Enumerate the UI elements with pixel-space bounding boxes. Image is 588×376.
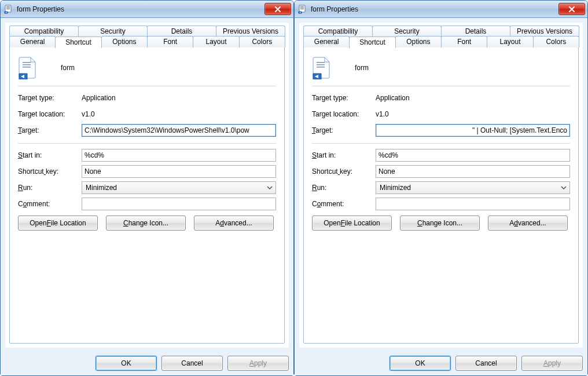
label-target-location: Target location: bbox=[18, 110, 82, 118]
label-run: Run: bbox=[18, 184, 82, 192]
tab-strip: CompatibilitySecurityDetailsPrevious Ver… bbox=[300, 23, 582, 48]
tab-layout[interactable]: Layout bbox=[193, 36, 239, 48]
svg-rect-13 bbox=[317, 67, 325, 68]
svg-rect-5 bbox=[23, 64, 31, 65]
open-file-location-button[interactable]: Open File Location bbox=[312, 216, 392, 231]
svg-rect-1 bbox=[6, 6, 10, 7]
label-shortcut-key: Shortcut key: bbox=[312, 167, 376, 176]
tab-compatibility[interactable]: Compatibility bbox=[9, 25, 79, 36]
titlebar[interactable]: form Properties bbox=[295, 1, 587, 18]
label-comment: Comment: bbox=[18, 200, 82, 208]
tab-options[interactable]: Options bbox=[101, 36, 148, 48]
file-name: form bbox=[61, 64, 75, 72]
svg-rect-11 bbox=[317, 62, 325, 63]
label-shortcut-key: Shortcut key: bbox=[18, 167, 82, 176]
window-title: form Properties bbox=[17, 5, 264, 13]
combo-run[interactable]: Minimized bbox=[376, 181, 570, 194]
combo-run-value: Minimized bbox=[84, 184, 117, 192]
advanced-button[interactable]: Advanced... bbox=[488, 216, 568, 231]
label-target-type: Target type: bbox=[18, 94, 82, 102]
label-target: Target: bbox=[18, 126, 82, 134]
svg-rect-10 bbox=[300, 9, 304, 9]
dialog-inner: CompatibilitySecurityDetailsPrevious Ver… bbox=[299, 23, 583, 348]
tab-shortcut[interactable]: Shortcut bbox=[349, 36, 395, 48]
change-icon-button[interactable]: Change Icon... bbox=[400, 216, 480, 231]
dialog-footer: OKCancelApply bbox=[1, 352, 293, 375]
ok-button[interactable]: OK bbox=[389, 356, 451, 371]
file-name: form bbox=[355, 64, 369, 72]
tab-general[interactable]: General bbox=[303, 36, 350, 48]
app-icon bbox=[4, 5, 13, 14]
chevron-down-icon bbox=[559, 183, 568, 192]
dialog-footer: OKCancelApply bbox=[295, 352, 587, 375]
svg-rect-4 bbox=[23, 62, 31, 63]
tab-general[interactable]: General bbox=[9, 36, 56, 48]
client-area: CompatibilitySecurityDetailsPrevious Ver… bbox=[1, 18, 293, 352]
shortcut-file-icon bbox=[312, 56, 332, 79]
input-comment[interactable] bbox=[376, 198, 570, 210]
shortcut-file-icon bbox=[18, 56, 38, 79]
input-target[interactable] bbox=[376, 124, 570, 137]
value-target-type: Application bbox=[376, 94, 570, 102]
titlebar[interactable]: form Properties bbox=[1, 1, 293, 18]
label-start-in: Start in: bbox=[18, 151, 82, 159]
tab-shortcut[interactable]: Shortcut bbox=[55, 36, 101, 48]
label-run: Run: bbox=[312, 184, 376, 192]
chevron-down-icon bbox=[265, 183, 274, 192]
apply-button[interactable]: Apply bbox=[227, 356, 289, 371]
dialog-inner: CompatibilitySecurityDetailsPrevious Ver… bbox=[5, 23, 289, 348]
tab-colors[interactable]: Colors bbox=[533, 36, 579, 48]
tab-details[interactable]: Details bbox=[441, 25, 510, 36]
input-start-in[interactable] bbox=[376, 149, 570, 162]
tab-details[interactable]: Details bbox=[147, 25, 216, 36]
value-target-location: v1.0 bbox=[82, 110, 276, 118]
input-start-in[interactable] bbox=[82, 149, 276, 162]
label-target-location: Target location: bbox=[312, 110, 376, 118]
svg-rect-6 bbox=[23, 67, 31, 68]
label-comment: Comment: bbox=[312, 200, 376, 208]
combo-run[interactable]: Minimized bbox=[82, 181, 276, 194]
apply-button[interactable]: Apply bbox=[521, 356, 583, 371]
tab-pane-shortcut: formTarget type:ApplicationTarget locati… bbox=[303, 47, 579, 344]
cancel-button[interactable]: Cancel bbox=[161, 356, 223, 371]
change-icon-button[interactable]: Change Icon... bbox=[106, 216, 186, 231]
tab-layout[interactable]: Layout bbox=[487, 36, 533, 48]
input-shortcut-key[interactable] bbox=[82, 165, 276, 178]
label-start-in: Start in: bbox=[312, 151, 376, 159]
tab-compatibility[interactable]: Compatibility bbox=[303, 25, 373, 36]
tab-colors[interactable]: Colors bbox=[239, 36, 285, 48]
svg-rect-12 bbox=[317, 64, 325, 65]
svg-rect-2 bbox=[6, 8, 10, 8]
input-target[interactable] bbox=[82, 124, 276, 137]
value-target-type: Application bbox=[82, 94, 276, 102]
input-comment[interactable] bbox=[82, 198, 276, 210]
tab-strip: CompatibilitySecurityDetailsPrevious Ver… bbox=[6, 23, 288, 48]
tab-pane-shortcut: formTarget type:ApplicationTarget locati… bbox=[9, 47, 285, 344]
advanced-button[interactable]: Advanced... bbox=[194, 216, 274, 231]
app-icon bbox=[298, 5, 307, 14]
label-target-type: Target type: bbox=[312, 94, 376, 102]
comparison-stage: form Properties CompatibilitySecurityDet… bbox=[0, 0, 588, 376]
ok-button[interactable]: OK bbox=[95, 356, 157, 371]
svg-rect-3 bbox=[6, 9, 10, 9]
combo-run-value: Minimized bbox=[378, 184, 411, 192]
tab-previous-versions[interactable]: Previous Versions bbox=[510, 25, 579, 36]
value-target-location: v1.0 bbox=[376, 110, 570, 118]
client-area: CompatibilitySecurityDetailsPrevious Ver… bbox=[295, 18, 587, 352]
tab-font[interactable]: Font bbox=[147, 36, 193, 48]
cancel-button[interactable]: Cancel bbox=[455, 356, 517, 371]
tab-font[interactable]: Font bbox=[441, 36, 487, 48]
close-button[interactable] bbox=[558, 3, 585, 15]
tab-security[interactable]: Security bbox=[78, 25, 148, 36]
properties-window: form Properties CompatibilitySecurityDet… bbox=[294, 0, 588, 376]
window-title: form Properties bbox=[311, 5, 558, 13]
tab-previous-versions[interactable]: Previous Versions bbox=[216, 25, 285, 36]
open-file-location-button[interactable]: Open File Location bbox=[18, 216, 98, 231]
close-button[interactable] bbox=[264, 3, 291, 15]
properties-window: form Properties CompatibilitySecurityDet… bbox=[0, 0, 294, 376]
tab-security[interactable]: Security bbox=[372, 25, 442, 36]
label-target: Target: bbox=[312, 126, 376, 134]
tab-options[interactable]: Options bbox=[395, 36, 442, 48]
svg-rect-8 bbox=[300, 6, 304, 7]
input-shortcut-key[interactable] bbox=[376, 165, 570, 178]
